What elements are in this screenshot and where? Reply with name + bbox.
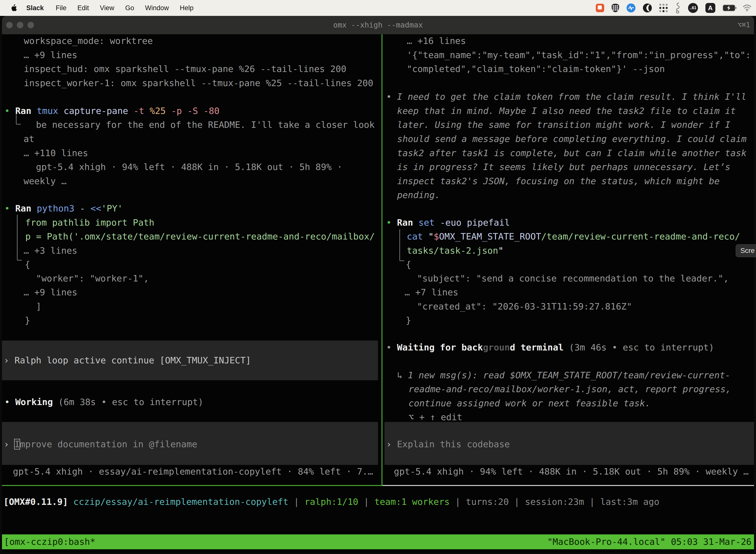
tmux-host-clock: "MacBook-Pro-44.local" 05:03 31-Mar-26 (547, 535, 754, 549)
terminal-line: { (25, 258, 30, 272)
menu-item-help[interactable]: Help (180, 4, 194, 12)
window-title: omx --xhigh --madmax (2, 16, 754, 34)
screen: { "menu_bar": { "app_name": "Slack", "it… (0, 0, 756, 554)
status-segment: | (289, 497, 305, 507)
left-pane-bottom-border (2, 485, 382, 486)
pane-divider[interactable] (381, 34, 382, 486)
pane-model-status: gpt-5.4 xhigh · essay/ai-reimplementatio… (13, 465, 373, 479)
terminal-line: … +16 lines (407, 34, 466, 48)
terminal-line: "completed","claim_token":"claim-token"}… (407, 62, 665, 76)
terminal-line: from pathlib import Path (25, 216, 154, 230)
tooltip-text: Scre (740, 247, 755, 255)
window-shortcut-hint: ⌥⌘1 (737, 16, 750, 34)
terminal-line: inspect task2's JSON, focusing on the st… (397, 174, 719, 188)
omx-status-line: [OMX#0.11.9] cczip/essay/ai-reimplementa… (3, 495, 659, 509)
status-segment: last:3m ago (600, 497, 659, 507)
terminal-line: at (23, 132, 34, 146)
wifi-icon[interactable] (743, 4, 752, 11)
status-segment (68, 497, 73, 507)
terminal-line: { (406, 258, 411, 272)
apple-menu-icon[interactable] (10, 4, 17, 12)
battery-charging-icon[interactable] (723, 5, 735, 11)
terminal-line: workspace_mode: worktree (24, 34, 153, 48)
terminal-line: ↳ 1 new msg(s): read $OMX_TEAM_STATE_ROO… (397, 368, 731, 382)
crescent-moon-icon[interactable] (643, 3, 652, 12)
status-segment: team:1 workers (375, 497, 450, 507)
terminal-line: } (406, 314, 411, 327)
output-connector (17, 215, 22, 261)
menu-bar-left: Slack FileEditViewGoWindowHelp (0, 4, 204, 12)
terminal-line: • Ran set -euo pipefail (386, 216, 510, 230)
terminal-line: weekly … (23, 174, 66, 188)
terminal-line: p = Path('.omx/state/team/review-current… (25, 230, 375, 243)
pane-model-status: gpt-5.4 xhigh · 94% left · 488K in · 5.1… (394, 465, 749, 479)
menu-bar-status-icons: ..61 A (596, 2, 756, 13)
status-segment: | (359, 497, 375, 507)
menu-bar: Slack FileEditViewGoWindowHelp ..61 A (0, 0, 756, 16)
output-connector (399, 229, 404, 261)
terminal-line: continue assigned work or next feasible … (408, 396, 650, 410)
terminal-line: is in progress? It seems likely but perh… (397, 160, 731, 174)
terminal-window: omx --xhigh --madmax ⌥⌘1 workspace_mode:… (2, 16, 754, 553)
menu-item-go[interactable]: Go (125, 4, 134, 12)
chat-app-icon[interactable] (596, 4, 604, 12)
blue-zigzag-badge-icon[interactable] (627, 3, 635, 12)
terminal-line: … +9 lines (23, 48, 77, 62)
terminal-line: • Ran tmux capture-pane -t %25 -p -S -80 (4, 104, 219, 118)
terminal-line: gpt-5.4 xhigh · 94% left · 488K in · 5.1… (36, 160, 342, 174)
terminal-line: … +9 lines (23, 285, 77, 299)
terminal-line: keep that in mind. Maybe I also need the… (397, 104, 736, 118)
terminal-line: cat "$OMX_TEAM_STATE_ROOT/team/review-cu… (407, 230, 740, 243)
terminal-line: "created_at": "2026-03-31T11:59:27.816Z" (417, 299, 632, 314)
count-badge-icon[interactable]: ..61 (688, 3, 698, 13)
screen-tooltip-fragment: Scre (736, 244, 756, 257)
status-segment: session:23m (525, 497, 584, 507)
terminal-line: pending. (397, 188, 440, 202)
left-pane[interactable]: workspace_mode: worktree… +9 linesinspec… (2, 34, 381, 487)
terminal-line: task2 after task1 is complete, but can I… (397, 146, 747, 160)
menu-item-view[interactable]: View (100, 4, 114, 12)
terminal-line: … +3 lines (23, 244, 77, 258)
terminal-line: } (25, 314, 30, 327)
right-pane[interactable]: … +16 lines'{"team_name":"my-team","task… (383, 34, 754, 487)
status-segment: turns:20 (466, 497, 509, 507)
terminal-line: ] (36, 299, 42, 314)
menu-item-window[interactable]: Window (145, 4, 169, 12)
terminal-line: should send a message before completing … (397, 132, 747, 146)
terminal-line: later. Using the same for transition mig… (397, 118, 731, 132)
terminal-line: • Working (6m 38s • esc to interrupt) (4, 395, 203, 409)
status-segment: | (584, 497, 600, 507)
shield-grid-icon[interactable] (612, 4, 619, 12)
terminal-line: inspect_worker-1: omx sparkshell --tmux-… (24, 76, 373, 90)
terminal-line: '{"team_name":"my-team","task_id":"1","f… (407, 48, 751, 62)
terminal-line: ⌥ + ↑ edit (408, 410, 462, 424)
terminal-line: "subject": "send a concise recommendatio… (417, 272, 729, 285)
status-segment: | (450, 497, 466, 507)
active-app-name[interactable]: Slack (26, 4, 44, 12)
dots-grid-icon[interactable] (659, 4, 668, 12)
menu-item-file[interactable]: File (56, 4, 67, 12)
tmux-session-label[interactable]: [omx-cczip0:bash* (2, 535, 95, 549)
tmux-status-bar: [omx-cczip0:bash* "MacBook-Pro-44.local"… (2, 535, 754, 549)
status-segment: ralph:1/10 (305, 497, 359, 507)
terminal-line: be necessary for the end of the README. … (36, 118, 375, 132)
terminal-line: › Explain this codebase (386, 437, 510, 451)
terminal-line: • Waiting for background terminal (3m 46… (386, 340, 714, 354)
status-segment: | (509, 497, 525, 507)
terminal-line: • I need to get the claim token from the… (386, 90, 746, 104)
terminal-content[interactable]: workspace_mode: worktree… +9 linesinspec… (2, 34, 754, 553)
terminal-line: … +110 lines (23, 146, 88, 160)
squiggle-icon[interactable] (675, 2, 681, 13)
status-segment: [OMX#0.11.9] (3, 497, 68, 507)
terminal-line: … +7 lines (404, 285, 458, 299)
text-cursor: I (14, 439, 20, 449)
terminal-line: inspect_hud: omx sparkshell --tmux-pane … (24, 62, 346, 76)
menu-item-edit[interactable]: Edit (77, 4, 89, 12)
terminal-line: › Improve documentation in @filename (4, 437, 197, 451)
letter-a-icon[interactable]: A (705, 3, 715, 13)
window-title-bar[interactable]: omx --xhigh --madmax ⌥⌘1 (2, 16, 754, 34)
menu-items: FileEditViewGoWindowHelp (56, 4, 205, 12)
terminal-line: • Ran python3 - <<'PY' (4, 202, 123, 215)
right-pane-bottom-border (382, 485, 754, 486)
terminal-line: "worker": "worker-1", (36, 272, 149, 285)
